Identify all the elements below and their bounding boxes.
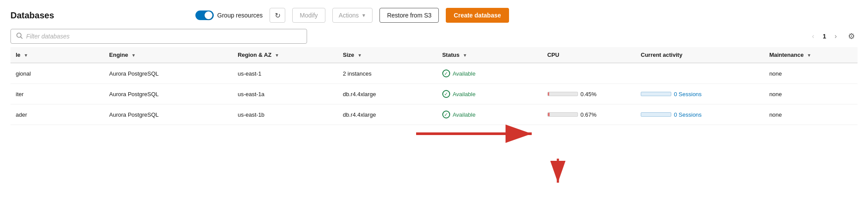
cell-name-2: ader (10, 104, 104, 125)
cpu-percentage: 0.67% (581, 111, 597, 118)
search-row: Filter databases ‹ 1 › ⚙ (10, 29, 858, 44)
cell-region-2: us-east-1b (232, 104, 338, 125)
cell-engine-2: Aurora PostgreSQL (104, 104, 232, 125)
search-icon (16, 32, 23, 40)
pagination-area: ‹ 1 › ⚙ (807, 30, 858, 42)
col-header-size[interactable]: Size ▼ (338, 47, 437, 63)
next-page-button[interactable]: › (830, 30, 842, 42)
cell-cpu-1: 0.45% (542, 84, 636, 104)
cell-maintenance-0: none (764, 63, 858, 84)
col-header-name[interactable]: le ▼ (10, 47, 104, 63)
cell-status-0: ✓ Available (437, 63, 542, 84)
actions-label: Actions (339, 12, 359, 19)
cell-activity-0 (636, 63, 764, 84)
cell-activity-1: 0 Sessions (636, 84, 764, 104)
search-placeholder: Filter databases (26, 33, 70, 40)
group-resources-toggle: Group resources (195, 10, 263, 20)
restore-from-s3-button[interactable]: Restore from S3 (379, 8, 439, 23)
databases-table-container: le ▼ Engine ▼ Region & AZ ▼ Size (10, 47, 858, 125)
cell-region-0: us-east-1 (232, 63, 338, 84)
cpu-bar (547, 92, 578, 96)
search-box[interactable]: Filter databases (10, 29, 307, 44)
col-header-cpu: CPU (542, 47, 636, 63)
cell-activity-2: 0 Sessions (636, 104, 764, 125)
col-header-region[interactable]: Region & AZ ▼ (232, 47, 338, 63)
sort-icon-name: ▼ (24, 53, 28, 58)
col-header-engine[interactable]: Engine ▼ (104, 47, 232, 63)
sessions-count: 0 Sessions (674, 111, 702, 118)
modify-button[interactable]: Modify (292, 8, 325, 23)
databases-table: le ▼ Engine ▼ Region & AZ ▼ Size (10, 47, 858, 125)
table-header-row: le ▼ Engine ▼ Region & AZ ▼ Size (10, 47, 858, 63)
sessions-bar (641, 112, 671, 117)
col-header-activity: Current activity (636, 47, 764, 63)
col-header-status[interactable]: Status ▼ (437, 47, 542, 63)
table-settings-button[interactable]: ⚙ (845, 30, 858, 42)
cell-maintenance-1: none (764, 84, 858, 104)
cell-engine-1: Aurora PostgreSQL (104, 84, 232, 104)
cell-cpu-0 (542, 63, 636, 84)
sort-icon-engine: ▼ (131, 53, 136, 58)
col-header-maintenance[interactable]: Maintenance ▼ (764, 47, 858, 63)
actions-button[interactable]: Actions ▼ (332, 8, 373, 23)
cell-size-1: db.r4.4xlarge (338, 84, 437, 104)
sort-icon-status: ▼ (463, 53, 467, 58)
sort-icon-size: ▼ (358, 53, 362, 58)
cell-engine-0: Aurora PostgreSQL (104, 63, 232, 84)
create-database-button[interactable]: Create database (446, 8, 509, 23)
status-available-icon: ✓ (442, 90, 450, 98)
cell-status-1: ✓ Available (437, 84, 542, 104)
page-number: 1 (823, 33, 826, 40)
cell-region-1: us-east-1a (232, 84, 338, 104)
group-resources-switch[interactable] (195, 10, 214, 20)
actions-chevron-icon: ▼ (362, 13, 366, 18)
cell-size-0: 2 instances (338, 63, 437, 84)
cell-maintenance-2: none (764, 104, 858, 125)
status-available-icon: ✓ (442, 111, 450, 118)
cpu-bar (547, 112, 578, 117)
sort-icon-maintenance: ▼ (807, 53, 811, 58)
cell-status-2: ✓ Available (437, 104, 542, 125)
group-resources-label: Group resources (217, 12, 263, 19)
sort-icon-region: ▼ (275, 53, 279, 58)
prev-page-button[interactable]: ‹ (807, 30, 819, 42)
cpu-percentage: 0.45% (581, 91, 597, 97)
refresh-button[interactable]: ↻ (270, 8, 285, 23)
status-available-icon: ✓ (442, 69, 450, 77)
sessions-count: 0 Sessions (674, 91, 702, 97)
cell-size-2: db.r4.4xlarge (338, 104, 437, 125)
cell-name-0: gional (10, 63, 104, 84)
sessions-bar (641, 92, 671, 96)
cell-name-1: iter (10, 84, 104, 104)
refresh-icon: ↻ (275, 11, 280, 20)
table-row[interactable]: iter Aurora PostgreSQL us-east-1a db.r4.… (10, 84, 858, 104)
svg-line-1 (21, 37, 23, 39)
table-row[interactable]: ader Aurora PostgreSQL us-east-1b db.r4.… (10, 104, 858, 125)
table-row[interactable]: gional Aurora PostgreSQL us-east-1 2 ins… (10, 63, 858, 84)
databases-table-wrapper: le ▼ Engine ▼ Region & AZ ▼ Size (10, 47, 858, 125)
cell-cpu-2: 0.67% (542, 104, 636, 125)
page-title: Databases (10, 10, 54, 21)
